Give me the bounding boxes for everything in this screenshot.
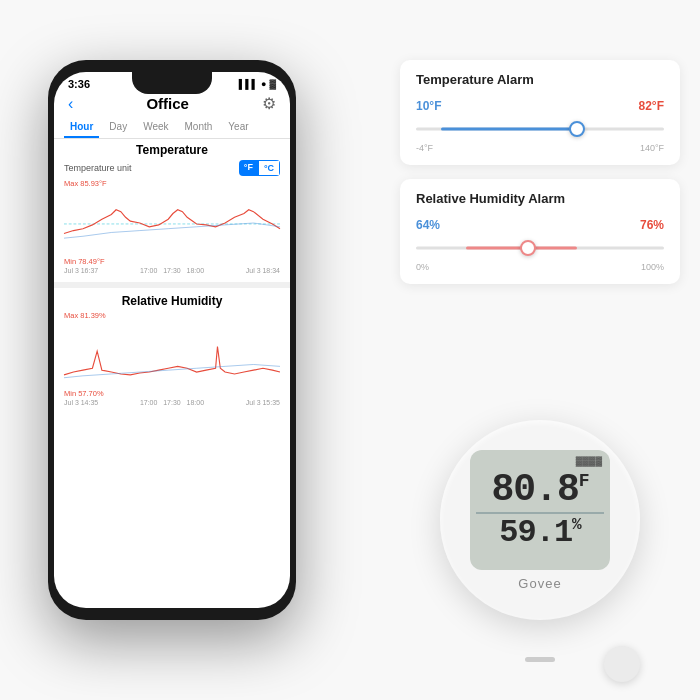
app-header: ‹ Office ⚙ — [54, 90, 290, 117]
section-divider — [54, 282, 290, 288]
temp-alarm-card: Temperature Alarm 10°F 82°F -4°F 140°F — [400, 60, 680, 165]
humidity-alarm-low: 64% — [416, 218, 440, 232]
temp-range-min: -4°F — [416, 143, 433, 153]
temperature-chart — [64, 189, 280, 257]
tab-month[interactable]: Month — [179, 117, 219, 138]
humidity-alarm-range: 0% 100% — [416, 262, 664, 272]
humidity-range-min: 0% — [416, 262, 429, 272]
humidity-date-start: Jul 3 14:35 — [64, 399, 98, 406]
device-humidity: 59.1% — [499, 517, 580, 549]
temp-alarm-values: 10°F 82°F — [416, 99, 664, 113]
phone-notch — [132, 72, 212, 94]
humidity-times-mid: 17:00 17:30 18:00 — [140, 399, 204, 406]
unit-row: Temperature unit °F °C — [64, 160, 280, 176]
humidity-min-stat: Min 57.70% — [64, 389, 280, 398]
status-icons: ▌▌▌ ● ▓ — [239, 79, 276, 89]
device-button[interactable] — [604, 646, 640, 682]
temp-alarm-range: -4°F 140°F — [416, 143, 664, 153]
temperature-title: Temperature — [64, 143, 280, 157]
humidity-date-end: Jul 3 15:35 — [246, 399, 280, 406]
humidity-unit: % — [572, 516, 581, 534]
temp-alarm-title: Temperature Alarm — [416, 72, 664, 87]
temp-date-start: Jul 3 16:37 — [64, 267, 98, 274]
humidity-range-max: 100% — [641, 262, 664, 272]
location-title: Office — [146, 95, 189, 112]
device-slot — [525, 657, 555, 662]
temp-alarm-slider[interactable] — [416, 119, 664, 139]
tab-year[interactable]: Year — [222, 117, 254, 138]
device-temperature: 80.8F — [491, 471, 588, 509]
settings-icon[interactable]: ⚙ — [262, 94, 276, 113]
humidity-alarm-values: 64% 76% — [416, 218, 664, 232]
back-button[interactable]: ‹ — [68, 95, 73, 113]
unit-toggle[interactable]: °F °C — [239, 160, 280, 176]
unit-label: Temperature unit — [64, 163, 132, 173]
tab-hour[interactable]: Hour — [64, 117, 99, 138]
humidity-slider-thumb[interactable] — [520, 240, 536, 256]
unit-c-button[interactable]: °C — [258, 160, 280, 176]
humidity-section: Relative Humidity Max 81.39% Min 57.70% … — [54, 292, 290, 408]
humidity-alarm-slider[interactable] — [416, 238, 664, 258]
humidity-chart — [64, 321, 280, 389]
temp-max-stat: Max 85.93°F — [64, 179, 280, 188]
humidity-alarm-high: 76% — [640, 218, 664, 232]
temp-dates: Jul 3 16:37 17:00 17:30 18:00 Jul 3 18:3… — [64, 267, 280, 274]
humidity-alarm-card: Relative Humidity Alarm 64% 76% 0% 100% — [400, 179, 680, 284]
temperature-section: Temperature Temperature unit °F °C Max 8… — [54, 139, 290, 278]
status-time: 3:36 — [68, 78, 90, 90]
device-brand: Govee — [518, 576, 561, 591]
device-body: ▓▓▓▓ 80.8F 59.1% Govee — [440, 420, 640, 620]
slider-fill-blue — [441, 128, 577, 131]
humidity-max-stat: Max 81.39% — [64, 311, 280, 320]
slider-thumb-high[interactable] — [569, 121, 585, 137]
device-battery-icon: ▓▓▓▓ — [576, 456, 602, 466]
phone-screen: 3:36 ▌▌▌ ● ▓ ‹ Office ⚙ Hour Day Week Mo… — [54, 72, 290, 608]
tab-week[interactable]: Week — [137, 117, 174, 138]
temp-times-mid: 17:00 17:30 18:00 — [140, 267, 204, 274]
unit-f-button[interactable]: °F — [239, 160, 258, 176]
temp-range-max: 140°F — [640, 143, 664, 153]
temp-min-stat: Min 78.49°F — [64, 257, 280, 266]
scene: 3:36 ▌▌▌ ● ▓ ‹ Office ⚙ Hour Day Week Mo… — [0, 0, 700, 700]
humidity-title: Relative Humidity — [64, 294, 280, 308]
battery-icon: ▓ — [269, 79, 276, 89]
wifi-icon: ● — [261, 79, 266, 89]
temp-alarm-low: 10°F — [416, 99, 441, 113]
temp-date-end: Jul 3 18:34 — [246, 267, 280, 274]
phone: 3:36 ▌▌▌ ● ▓ ‹ Office ⚙ Hour Day Week Mo… — [48, 60, 296, 620]
device-screen: ▓▓▓▓ 80.8F 59.1% — [470, 450, 610, 570]
tab-bar: Hour Day Week Month Year — [54, 117, 290, 139]
humidity-alarm-title: Relative Humidity Alarm — [416, 191, 664, 206]
degree-unit: F — [579, 471, 589, 491]
govee-device: ▓▓▓▓ 80.8F 59.1% Govee — [440, 420, 640, 640]
right-panel: Temperature Alarm 10°F 82°F -4°F 140°F R… — [400, 60, 680, 298]
tab-day[interactable]: Day — [103, 117, 133, 138]
humidity-dates: Jul 3 14:35 17:00 17:30 18:00 Jul 3 15:3… — [64, 399, 280, 406]
temp-alarm-high: 82°F — [639, 99, 664, 113]
signal-icon: ▌▌▌ — [239, 79, 258, 89]
